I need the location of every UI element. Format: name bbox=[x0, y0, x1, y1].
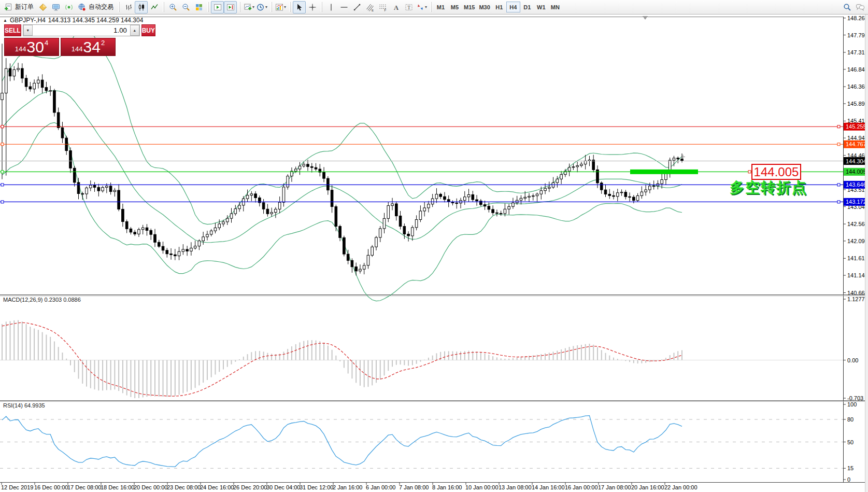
timeframe-m5[interactable]: M5 bbox=[448, 2, 462, 12]
autotrading-icon[interactable] bbox=[75, 1, 88, 13]
timeframe-h4[interactable]: H4 bbox=[506, 2, 520, 12]
svg-text:31 Dec 12:00: 31 Dec 12:00 bbox=[300, 484, 333, 490]
svg-text:24 Dec 16:00: 24 Dec 16:00 bbox=[200, 484, 234, 490]
svg-text:18 Dec 16:00: 18 Dec 16:00 bbox=[101, 484, 134, 490]
chart-shift-marker bbox=[643, 16, 648, 20]
svg-text:E: E bbox=[372, 8, 374, 11]
svg-text:30 Dec 04:00: 30 Dec 04:00 bbox=[266, 484, 300, 490]
main-toolbar: 新订单 自动交易 ▾ ▾ bbox=[0, 0, 868, 15]
sell-button[interactable]: SELL bbox=[4, 24, 21, 36]
buy-price-pip: 2 bbox=[101, 39, 105, 47]
rsi-panel: 1008050150 bbox=[0, 401, 857, 483]
volume-decrease-button[interactable]: ▼ bbox=[23, 25, 33, 36]
volume-stepper: ▼ ▲ bbox=[23, 24, 140, 36]
terminal-icon[interactable] bbox=[49, 1, 62, 13]
collapse-expert-icon[interactable]: ▲ bbox=[3, 18, 7, 23]
fibonacci-tool[interactable]: F bbox=[376, 1, 389, 13]
timeframe-d1[interactable]: D1 bbox=[520, 2, 534, 12]
profiles-clock-button[interactable]: ▾ bbox=[255, 1, 268, 13]
sell-price-pip: 4 bbox=[45, 39, 48, 47]
sell-price-whole: 144 bbox=[15, 45, 26, 53]
price-axis: 148.260147.790147.310146.840146.360145.8… bbox=[843, 15, 868, 296]
equidistant-channel-tool[interactable]: E bbox=[363, 1, 376, 13]
svg-text:0: 0 bbox=[847, 476, 850, 483]
svg-text:1.1277: 1.1277 bbox=[847, 296, 865, 302]
horizontal-line-tool[interactable] bbox=[337, 1, 350, 13]
tile-windows-button[interactable] bbox=[192, 1, 205, 13]
volume-input[interactable] bbox=[33, 25, 130, 36]
svg-text:100: 100 bbox=[847, 401, 857, 407]
svg-text:T: T bbox=[407, 5, 410, 10]
chart-symbol-line: ▲ GBPJPY-,H4 144.313 144.345 144.259 144… bbox=[3, 17, 143, 24]
symbol-ohlc: 144.313 144.345 144.259 144.304 bbox=[48, 17, 144, 24]
sell-price-big: 30 bbox=[27, 40, 44, 54]
cursor-button[interactable] bbox=[293, 1, 306, 13]
price-chart[interactable]: 148.260147.790147.310146.840146.360145.8… bbox=[0, 15, 868, 492]
signals-icon[interactable] bbox=[62, 1, 75, 13]
svg-text:22 Jan 00:00: 22 Jan 00:00 bbox=[664, 484, 698, 490]
timeframe-m15[interactable]: M15 bbox=[462, 2, 477, 12]
svg-text:144.304: 144.304 bbox=[846, 158, 866, 164]
bar-chart-button[interactable] bbox=[122, 1, 135, 13]
highlight-segment bbox=[630, 170, 698, 174]
current-price-line bbox=[0, 154, 843, 161]
timeframe-mn[interactable]: MN bbox=[548, 2, 562, 12]
zoom-out-button[interactable] bbox=[179, 1, 192, 13]
window-scroll-strip bbox=[865, 15, 868, 492]
toolbar-grip bbox=[289, 2, 291, 12]
timeframe-m1[interactable]: M1 bbox=[434, 2, 448, 12]
toolbar-grip bbox=[321, 2, 322, 12]
chevron-down-icon: ▾ bbox=[425, 5, 427, 9]
svg-text:23 Dec 08:00: 23 Dec 08:00 bbox=[167, 484, 201, 490]
svg-text:A: A bbox=[394, 4, 399, 11]
indicators-button[interactable]: ▾ bbox=[274, 1, 287, 13]
one-click-trading-panel: SELL ▼ ▲ BUY 144 30 4 144 34 2 bbox=[4, 24, 116, 56]
arrows-tool[interactable]: ▾ bbox=[415, 1, 428, 13]
timeframe-w1[interactable]: W1 bbox=[534, 2, 548, 12]
trendline-tool[interactable] bbox=[350, 1, 363, 13]
chart-shift-button[interactable] bbox=[224, 1, 237, 13]
search-icon[interactable] bbox=[841, 1, 853, 13]
svg-text:145.255: 145.255 bbox=[846, 123, 866, 130]
svg-text:8 Jan 16:00: 8 Jan 16:00 bbox=[432, 484, 462, 490]
autotrading-label[interactable]: 自动交易 bbox=[89, 3, 113, 11]
new-order-button[interactable] bbox=[2, 1, 15, 13]
svg-text:12 Dec 2019: 12 Dec 2019 bbox=[1, 484, 33, 490]
new-chart-button[interactable]: ▾ bbox=[243, 1, 255, 13]
chevron-down-icon: ▾ bbox=[265, 5, 267, 9]
line-chart-button[interactable] bbox=[148, 1, 161, 13]
toolbar-grip bbox=[118, 2, 120, 12]
metaeditor-icon[interactable] bbox=[36, 1, 49, 13]
note-text-annotation[interactable]: 多空转折点 bbox=[730, 178, 807, 198]
svg-text:20 Jan 16:00: 20 Jan 16:00 bbox=[631, 484, 664, 490]
svg-text:15: 15 bbox=[847, 465, 853, 471]
vertical-line-tool[interactable] bbox=[324, 1, 337, 13]
svg-text:50: 50 bbox=[847, 439, 853, 445]
timeframe-m30[interactable]: M30 bbox=[477, 2, 492, 12]
chat-icon[interactable] bbox=[853, 1, 866, 13]
crosshair-button[interactable] bbox=[306, 1, 319, 13]
svg-text:-0.703: -0.703 bbox=[847, 395, 863, 401]
time-axis: 12 Dec 201916 Dec 00:0017 Dec 08:0018 De… bbox=[1, 483, 698, 490]
sell-price-button[interactable]: 144 30 4 bbox=[4, 38, 59, 56]
svg-text:6 Jan 00:00: 6 Jan 00:00 bbox=[366, 484, 396, 490]
mt4-terminal: { "toolbar": { "new_order_label": "新订单",… bbox=[0, 0, 868, 492]
candlestick-chart-button[interactable] bbox=[135, 1, 148, 13]
new-order-label[interactable]: 新订单 bbox=[15, 3, 34, 11]
buy-button[interactable]: BUY bbox=[141, 24, 155, 36]
timeframe-h1[interactable]: H1 bbox=[492, 2, 506, 12]
svg-text:143.172: 143.172 bbox=[846, 199, 866, 205]
text-label-tool[interactable]: T bbox=[402, 1, 415, 13]
buy-price-button[interactable]: 144 34 2 bbox=[61, 38, 116, 56]
chevron-down-icon: ▾ bbox=[284, 5, 286, 9]
svg-text:2 Jan 16:00: 2 Jan 16:00 bbox=[333, 484, 363, 490]
svg-text:7 Jan 08:00: 7 Jan 08:00 bbox=[399, 484, 429, 490]
text-tool[interactable]: A bbox=[389, 1, 402, 13]
svg-text:26 Dec 20:00: 26 Dec 20:00 bbox=[233, 484, 267, 490]
svg-text:0.00: 0.00 bbox=[847, 357, 858, 363]
svg-text:17 Jan 08:00: 17 Jan 08:00 bbox=[598, 484, 631, 490]
volume-increase-button[interactable]: ▲ bbox=[130, 25, 139, 36]
zoom-in-button[interactable] bbox=[166, 1, 179, 13]
toolbar-grip bbox=[239, 2, 240, 12]
auto-scroll-button[interactable] bbox=[211, 1, 224, 13]
